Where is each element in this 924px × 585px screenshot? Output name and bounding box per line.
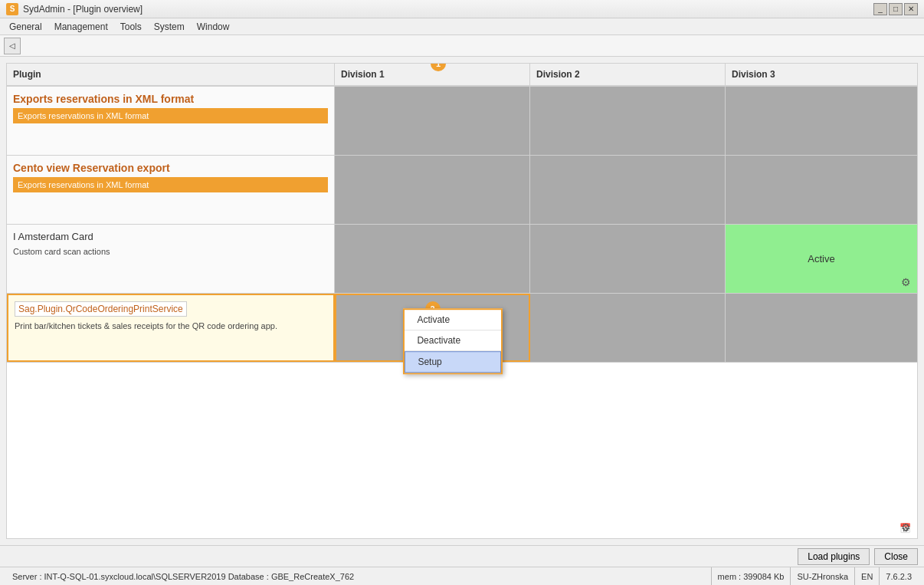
plugin-name-2: Cento view Reservation export (13, 162, 328, 174)
status-bar: Server : INT-Q-SQL-01.syxcloud.local\SQL… (0, 567, 924, 585)
table-row: I Amsterdam Card Custom card scan action… (7, 225, 917, 294)
div3-cell-1 (726, 87, 917, 155)
context-activate[interactable]: Activate (405, 310, 501, 330)
div3-cell-4 (726, 294, 917, 362)
title-bar: S SydAdmin - [Plugin overview] _ □ ✕ (0, 0, 924, 18)
plugin-desc-3: Custom card scan actions (13, 245, 328, 258)
plugin-info-1: Exports reservations in XML format Expor… (7, 87, 335, 155)
menu-system[interactable]: System (148, 20, 191, 34)
close-btn[interactable]: ✕ (904, 3, 918, 15)
col-plugin: Plugin (7, 64, 335, 85)
plugin-table: Plugin Division 1 1 Division 2 Division … (6, 63, 918, 539)
plugin-name-4: Sag.Plugin.QrCodeOrderingPrintService (15, 301, 187, 317)
div3-cell-3[interactable]: Active ⚙ (726, 225, 917, 293)
table-row: Cento view Reservation export Exports re… (7, 156, 917, 225)
horizontal-scrollbar[interactable]: ◂ ▸ (7, 538, 917, 539)
table-row: Sag.Plugin.QrCodeOrderingPrintService Pr… (7, 294, 917, 363)
load-plugins-button[interactable]: Load plugins (798, 548, 870, 565)
maximize-btn[interactable]: □ (889, 3, 903, 15)
scroll-right-arrow[interactable]: ▸ (906, 539, 917, 540)
menu-management[interactable]: Management (48, 20, 114, 34)
col-division1: Division 1 1 (335, 64, 530, 85)
div2-cell-3 (530, 225, 726, 293)
app-icon: S (6, 3, 18, 15)
menu-general[interactable]: General (3, 20, 48, 34)
div3-cell-2 (726, 156, 917, 224)
menu-bar: General Management Tools System Window (0, 18, 924, 35)
minimize-btn[interactable]: _ (873, 3, 887, 15)
plugin-name-1: Exports reservations in XML format (13, 93, 328, 105)
gear-icon-active[interactable]: ⚙ (901, 276, 911, 288)
context-setup[interactable]: Setup (405, 351, 501, 373)
footer-bar: Load plugins Close (0, 545, 924, 567)
div2-cell-2 (530, 156, 726, 224)
status-language: EN (855, 567, 880, 585)
status-version: 7.6.2.3 (880, 567, 918, 585)
plugin-tag-1: Exports reservations in XML format (13, 108, 328, 123)
window-title: SydAdmin - [Plugin overview] (23, 4, 873, 15)
table-header: Plugin Division 1 1 Division 2 Division … (7, 64, 917, 87)
col-division3: Division 3 (726, 64, 917, 85)
window-controls: _ □ ✕ (873, 3, 918, 15)
div1-cell-3 (335, 225, 530, 293)
div1-cell-2 (335, 156, 530, 224)
status-user: SU-ZHronska (791, 567, 855, 585)
status-server-info: Server : INT-Q-SQL-01.syxcloud.local\SQL… (6, 567, 712, 585)
div1-cell-4: 2 Activate Deactivate Setup (335, 294, 530, 362)
div2-cell-1 (530, 87, 726, 155)
context-menu: Activate Deactivate Setup (403, 308, 503, 374)
plugin-info-3: I Amsterdam Card Custom card scan action… (7, 225, 335, 293)
div1-cell-1 (335, 87, 530, 155)
context-deactivate[interactable]: Deactivate (405, 330, 501, 351)
table-row: Exports reservations in XML format Expor… (7, 87, 917, 156)
plugin-desc-4: Print bar/kitchen tickets & sales receip… (15, 320, 327, 332)
div2-cell-4 (530, 294, 726, 362)
status-memory: mem : 399084 Kb (712, 567, 791, 585)
active-label: Active (808, 253, 834, 265)
gear-icon-3[interactable]: ⚙ (901, 521, 911, 534)
toolbar: ◁ (0, 35, 924, 57)
scroll-left-arrow[interactable]: ◂ (7, 539, 18, 540)
main-content: Plugin Division 1 1 Division 2 Division … (0, 57, 924, 545)
close-button[interactable]: Close (874, 548, 918, 565)
toolbar-btn-1[interactable]: ◁ (4, 38, 21, 54)
plugin-info-4: Sag.Plugin.QrCodeOrderingPrintService Pr… (7, 294, 335, 362)
menu-window[interactable]: Window (191, 20, 236, 34)
plugin-info-2: Cento view Reservation export Exports re… (7, 156, 335, 224)
step-badge-1: 1 (431, 63, 446, 71)
plugin-rows: Exports reservations in XML format Expor… (7, 87, 917, 538)
plugin-tag-2: Exports reservations in XML format (13, 177, 328, 192)
col-division2: Division 2 (530, 64, 726, 85)
menu-tools[interactable]: Tools (114, 20, 148, 34)
plugin-name-3: I Amsterdam Card (13, 231, 328, 242)
